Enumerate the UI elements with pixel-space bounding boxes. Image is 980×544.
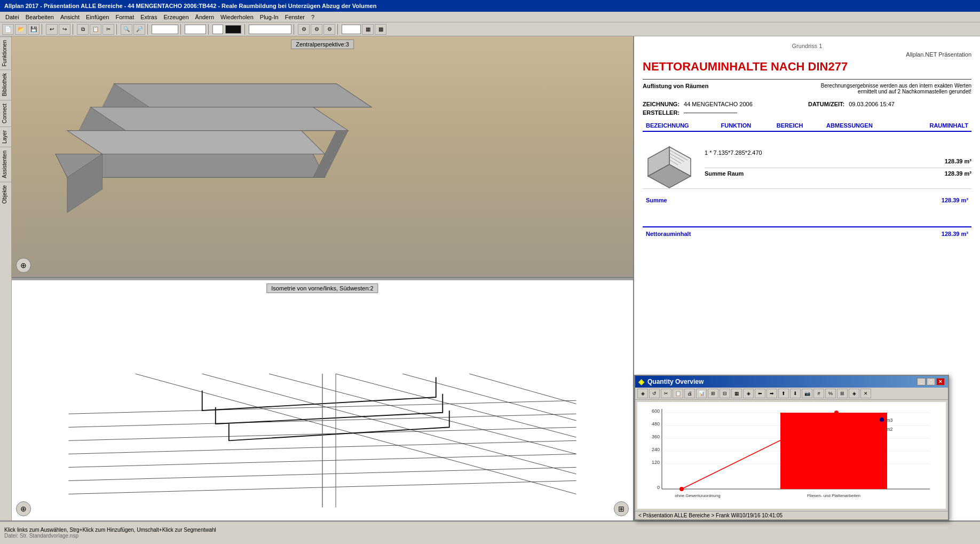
dialog-icon: ◈ (638, 377, 644, 386)
toolbar-sep5 (180, 24, 183, 35)
menu-extras[interactable]: Extras (137, 13, 160, 21)
totals-section: Summe 128.39 m³ Nettorauminhalt 128.39 m… (643, 193, 971, 239)
toolbar-redo[interactable]: ↪ (59, 24, 70, 35)
summe-label: Summe (646, 197, 667, 203)
summe-raum-label: Summe Raum (705, 170, 744, 177)
dlg-btn-17[interactable]: % (825, 389, 836, 398)
scale-input[interactable]: 1 (185, 25, 206, 34)
dlg-btn-18[interactable]: ⊞ (837, 389, 848, 398)
viewport-label-top: Zentralperspektive:3 (291, 40, 354, 49)
toolbar-cut[interactable]: ✂ (102, 24, 114, 35)
dlg-btn-10[interactable]: ◈ (743, 389, 754, 398)
dialog-toolbar: ◈ ↺ ✂ 📋 🖨 📊 ⊞ ⊟ ▦ ◈ ⬅ ➡ ⬆ ⬇ 📷 # % ⊞ ◈ ✕ (635, 388, 948, 400)
dlg-btn-11[interactable]: ⬅ (755, 389, 765, 398)
dlg-btn-3[interactable]: ✂ (661, 389, 671, 398)
viewport-compass-bottom[interactable]: ⊕ (16, 501, 31, 516)
toolbar-sep3 (116, 24, 118, 35)
presentation-allplan-header: Allplan.NET Präsentation (643, 51, 971, 58)
dlg-btn-1[interactable]: ◈ (637, 389, 648, 398)
toolbar-sep6 (208, 24, 210, 35)
svg-text:120: 120 (652, 460, 660, 465)
svg-line-23 (469, 374, 576, 404)
dlg-btn-13[interactable]: ⬆ (778, 389, 789, 398)
title-text: Allplan 2017 - Präsentation ALLE Bereich… (4, 3, 376, 9)
dlg-btn-5[interactable]: 🖨 (684, 389, 695, 398)
menu-fenster[interactable]: Fenster (282, 13, 308, 21)
menu-wiederholen[interactable]: Wiederholen (217, 13, 257, 21)
dlg-btn-16[interactable]: # (813, 389, 824, 398)
dlg-btn-14[interactable]: ⬇ (790, 389, 801, 398)
dlg-btn-4[interactable]: 📋 (673, 389, 683, 398)
menu-bar: Datei Bearbeiten Ansicht Einfügen Format… (0, 12, 980, 22)
toolbar-copy[interactable]: ⧉ (77, 24, 89, 35)
svg-text:ohne Gewerkzuordnung: ohne Gewerkzuordnung (675, 493, 720, 498)
menu-help[interactable]: ? (308, 13, 318, 21)
menu-aendern[interactable]: Ändern (192, 13, 217, 21)
layer-input[interactable]: STANDARD (249, 25, 291, 34)
toolbar-new[interactable]: 📄 (2, 24, 14, 35)
toolbar-sep9 (337, 24, 339, 35)
viewport-label-bottom: Isometrie von vorne/links, Südwesten:2 (266, 283, 378, 293)
toolbar-sep4 (147, 24, 149, 35)
dlg-btn-15[interactable]: 📷 (802, 389, 812, 398)
menu-einfuegen[interactable]: Einfügen (83, 13, 112, 21)
menu-bearbeiten[interactable]: Bearbeiten (22, 13, 57, 21)
presentation-title: NETTORAUMINHALTE NACH DIN277 (643, 60, 971, 74)
netto-value: 128.39 m³ (942, 231, 968, 237)
menu-datei[interactable]: Datei (2, 13, 22, 21)
svg-marker-3 (91, 107, 349, 131)
quantity-chart-svg: 600 480 360 240 120 0 (642, 406, 941, 505)
number-input[interactable]: 301 (342, 25, 361, 34)
viewport-top[interactable]: Zentralperspektive:3 (12, 36, 633, 278)
dlg-btn-9[interactable]: ▦ (731, 389, 742, 398)
sidebar-assistenten: Assistenten (0, 147, 11, 182)
box-icon (643, 141, 696, 184)
toolbar-settings1[interactable]: ⚙ (298, 24, 310, 35)
dialog-chart: 600 480 360 240 120 0 (637, 402, 946, 509)
toolbar-pattern[interactable]: ▦ (362, 24, 374, 35)
dimension-info: 1 * 7.135*7.285*2.470 128.39 m³ Summe Ra… (696, 149, 971, 177)
viewport-resize-bottom[interactable]: ⊞ (614, 501, 629, 516)
menu-format[interactable]: Format (112, 13, 137, 21)
toolbar-save[interactable]: 💾 (28, 24, 39, 35)
col-funktion: FUNKTION (717, 120, 773, 131)
grundriss-label: Grundriss 1 (643, 43, 971, 49)
toolbar-settings3[interactable]: ⚙ (323, 24, 335, 35)
toolbar-sep1 (42, 24, 44, 35)
dialog-close[interactable]: ✕ (936, 378, 945, 385)
dlg-btn-12[interactable]: ➡ (766, 389, 777, 398)
col-bezeichnung: BEZEICHNUNG (643, 120, 717, 131)
toolbar-pattern2[interactable]: ▩ (375, 24, 386, 35)
toolbar-zoom-in[interactable]: 🔍 (121, 24, 132, 35)
dialog-minimize[interactable]: _ (917, 378, 926, 385)
color-swatch (225, 25, 241, 34)
svg-text:m3: m3 (886, 417, 893, 423)
sidebar-bibliothek: Bibliothek (0, 69, 11, 99)
summe-row: Summe 128.39 m³ (643, 195, 971, 205)
dlg-btn-2[interactable]: ↺ (649, 389, 660, 398)
svg-line-18 (136, 374, 576, 494)
toolbar-paste[interactable]: 📋 (90, 24, 101, 35)
dlg-btn-8[interactable]: ⊟ (720, 389, 730, 398)
col-bereich: BEREICH (773, 120, 823, 131)
toolbar-undo[interactable]: ↩ (46, 24, 58, 35)
dimension-value-row: 128.39 m³ (705, 158, 971, 164)
dialog-maximize[interactable]: □ (927, 378, 935, 385)
viewport-bottom[interactable]: Isometrie von vorne/links, Südwesten:2 (12, 280, 633, 521)
line-weight-input[interactable]: 0.25 (152, 25, 178, 34)
menu-erzeugen[interactable]: Erzeugen (160, 13, 192, 21)
dlg-btn-19[interactable]: ◈ (849, 389, 859, 398)
toolbar-sep2 (73, 24, 75, 35)
toolbar-settings2[interactable]: ⚙ (311, 24, 322, 35)
dlg-btn-20[interactable]: ✕ (860, 389, 871, 398)
menu-plugin[interactable]: Plug-In (257, 13, 282, 21)
viewport-compass-top[interactable]: ⊕ (16, 258, 31, 273)
svg-text:600: 600 (652, 408, 660, 414)
status-line1: Klick links zum Auswählen, Strg+Klick zu… (4, 527, 976, 533)
dlg-btn-6[interactable]: 📊 (696, 389, 707, 398)
toolbar-zoom-out[interactable]: 🔎 (133, 24, 145, 35)
dlg-btn-7[interactable]: ⊞ (708, 389, 718, 398)
color-input[interactable]: 1 (212, 25, 223, 34)
toolbar-open[interactable]: 📂 (15, 24, 27, 35)
menu-ansicht[interactable]: Ansicht (57, 13, 83, 21)
